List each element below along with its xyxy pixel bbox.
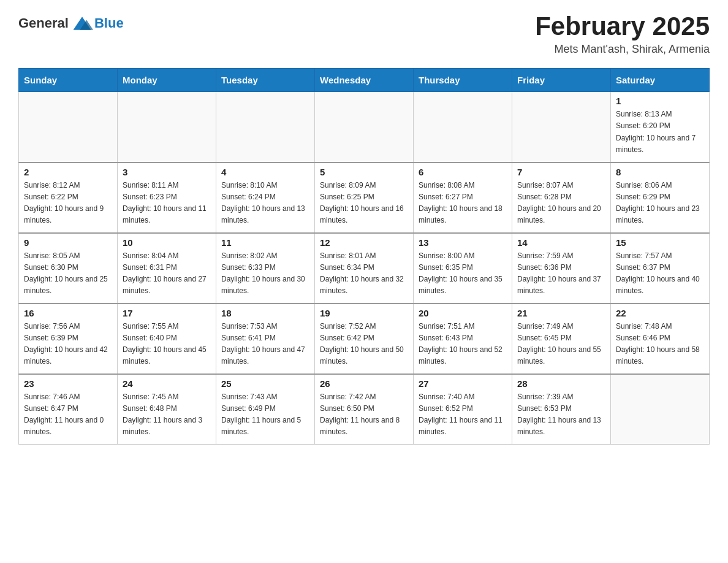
day-info: Sunrise: 7:53 AM Sunset: 6:41 PM Dayligh… [221,321,309,368]
day-info: Sunrise: 8:05 AM Sunset: 6:30 PM Dayligh… [24,250,112,297]
week-row-3: 9Sunrise: 8:05 AM Sunset: 6:30 PM Daylig… [19,233,710,304]
day-cell [19,92,118,163]
day-cell [315,92,414,163]
logo: General Blue [18,12,124,34]
day-number: 20 [419,308,507,318]
day-cell [118,92,216,163]
day-cell [216,92,315,163]
day-info: Sunrise: 7:49 AM Sunset: 6:45 PM Dayligh… [517,321,605,368]
day-number: 13 [419,237,507,248]
day-info: Sunrise: 7:40 AM Sunset: 6:52 PM Dayligh… [419,391,507,439]
day-info: Sunrise: 8:00 AM Sunset: 6:35 PM Dayligh… [419,250,507,297]
column-header-tuesday: Tuesday [216,69,315,92]
day-cell: 15Sunrise: 7:57 AM Sunset: 6:37 PM Dayli… [611,233,710,304]
day-cell: 27Sunrise: 7:40 AM Sunset: 6:52 PM Dayli… [414,374,512,445]
column-header-thursday: Thursday [414,69,512,92]
day-info: Sunrise: 7:55 AM Sunset: 6:40 PM Dayligh… [123,321,211,368]
day-info: Sunrise: 8:04 AM Sunset: 6:31 PM Dayligh… [123,250,211,297]
day-info: Sunrise: 7:45 AM Sunset: 6:48 PM Dayligh… [123,391,211,439]
day-cell: 8Sunrise: 8:06 AM Sunset: 6:29 PM Daylig… [611,163,710,233]
column-header-friday: Friday [512,69,611,92]
calendar-header: SundayMondayTuesdayWednesdayThursdayFrid… [19,69,710,92]
day-cell: 1Sunrise: 8:13 AM Sunset: 6:20 PM Daylig… [611,92,710,163]
day-number: 9 [24,237,112,248]
header-row: SundayMondayTuesdayWednesdayThursdayFrid… [19,69,710,92]
subtitle: Mets Mant'ash, Shirak, Armenia [535,43,710,56]
day-number: 1 [616,96,704,106]
day-number: 19 [320,308,408,318]
day-cell: 24Sunrise: 7:45 AM Sunset: 6:48 PM Dayli… [118,374,216,445]
day-cell: 17Sunrise: 7:55 AM Sunset: 6:40 PM Dayli… [118,304,216,374]
day-info: Sunrise: 7:57 AM Sunset: 6:37 PM Dayligh… [616,250,704,297]
logo-general-text: General [18,15,69,31]
calendar: SundayMondayTuesdayWednesdayThursdayFrid… [18,68,710,445]
day-number: 2 [24,167,112,177]
day-number: 7 [517,167,605,177]
main-title: February 2025 [535,12,710,40]
day-number: 14 [517,237,605,248]
day-cell [512,92,611,163]
day-cell: 4Sunrise: 8:10 AM Sunset: 6:24 PM Daylig… [216,163,315,233]
day-number: 24 [123,378,211,389]
day-info: Sunrise: 8:10 AM Sunset: 6:24 PM Dayligh… [221,180,309,227]
day-number: 28 [517,378,605,389]
column-header-monday: Monday [118,69,216,92]
day-number: 17 [123,308,211,318]
column-header-sunday: Sunday [19,69,118,92]
week-row-5: 23Sunrise: 7:46 AM Sunset: 6:47 PM Dayli… [19,374,710,445]
day-cell: 14Sunrise: 7:59 AM Sunset: 6:36 PM Dayli… [512,233,611,304]
day-cell [414,92,512,163]
day-number: 5 [320,167,408,177]
week-row-4: 16Sunrise: 7:56 AM Sunset: 6:39 PM Dayli… [19,304,710,374]
day-info: Sunrise: 8:09 AM Sunset: 6:25 PM Dayligh… [320,180,408,227]
day-info: Sunrise: 7:39 AM Sunset: 6:53 PM Dayligh… [517,391,605,439]
day-number: 15 [616,237,704,248]
day-number: 25 [221,378,309,389]
day-number: 11 [221,237,309,248]
logo-icon [71,12,93,34]
day-info: Sunrise: 8:01 AM Sunset: 6:34 PM Dayligh… [320,250,408,297]
day-cell: 5Sunrise: 8:09 AM Sunset: 6:25 PM Daylig… [315,163,414,233]
day-cell: 22Sunrise: 7:48 AM Sunset: 6:46 PM Dayli… [611,304,710,374]
day-cell: 23Sunrise: 7:46 AM Sunset: 6:47 PM Dayli… [19,374,118,445]
day-info: Sunrise: 8:08 AM Sunset: 6:27 PM Dayligh… [419,180,507,227]
day-number: 10 [123,237,211,248]
column-header-saturday: Saturday [611,69,710,92]
day-cell: 20Sunrise: 7:51 AM Sunset: 6:43 PM Dayli… [414,304,512,374]
day-info: Sunrise: 7:59 AM Sunset: 6:36 PM Dayligh… [517,250,605,297]
day-cell: 10Sunrise: 8:04 AM Sunset: 6:31 PM Dayli… [118,233,216,304]
day-info: Sunrise: 8:11 AM Sunset: 6:23 PM Dayligh… [123,180,211,227]
day-cell: 21Sunrise: 7:49 AM Sunset: 6:45 PM Dayli… [512,304,611,374]
day-info: Sunrise: 8:02 AM Sunset: 6:33 PM Dayligh… [221,250,309,297]
day-cell: 9Sunrise: 8:05 AM Sunset: 6:30 PM Daylig… [19,233,118,304]
day-cell: 25Sunrise: 7:43 AM Sunset: 6:49 PM Dayli… [216,374,315,445]
day-cell: 13Sunrise: 8:00 AM Sunset: 6:35 PM Dayli… [414,233,512,304]
day-info: Sunrise: 8:06 AM Sunset: 6:29 PM Dayligh… [616,180,704,227]
day-cell: 2Sunrise: 8:12 AM Sunset: 6:22 PM Daylig… [19,163,118,233]
day-info: Sunrise: 7:51 AM Sunset: 6:43 PM Dayligh… [419,321,507,368]
day-number: 21 [517,308,605,318]
title-block: February 2025 Mets Mant'ash, Shirak, Arm… [535,12,710,56]
day-cell: 18Sunrise: 7:53 AM Sunset: 6:41 PM Dayli… [216,304,315,374]
day-cell: 6Sunrise: 8:08 AM Sunset: 6:27 PM Daylig… [414,163,512,233]
page-header: General Blue February 2025 Mets Mant'ash… [18,12,710,56]
day-info: Sunrise: 8:12 AM Sunset: 6:22 PM Dayligh… [24,180,112,227]
day-cell: 19Sunrise: 7:52 AM Sunset: 6:42 PM Dayli… [315,304,414,374]
day-number: 4 [221,167,309,177]
day-cell: 16Sunrise: 7:56 AM Sunset: 6:39 PM Dayli… [19,304,118,374]
day-cell: 12Sunrise: 8:01 AM Sunset: 6:34 PM Dayli… [315,233,414,304]
day-number: 6 [419,167,507,177]
day-info: Sunrise: 7:46 AM Sunset: 6:47 PM Dayligh… [24,391,112,439]
day-number: 26 [320,378,408,389]
day-number: 16 [24,308,112,318]
day-info: Sunrise: 8:07 AM Sunset: 6:28 PM Dayligh… [517,180,605,227]
day-cell: 11Sunrise: 8:02 AM Sunset: 6:33 PM Dayli… [216,233,315,304]
week-row-1: 1Sunrise: 8:13 AM Sunset: 6:20 PM Daylig… [19,92,710,163]
day-cell: 7Sunrise: 8:07 AM Sunset: 6:28 PM Daylig… [512,163,611,233]
day-info: Sunrise: 8:13 AM Sunset: 6:20 PM Dayligh… [616,109,704,156]
day-number: 8 [616,167,704,177]
day-cell: 28Sunrise: 7:39 AM Sunset: 6:53 PM Dayli… [512,374,611,445]
day-cell: 3Sunrise: 8:11 AM Sunset: 6:23 PM Daylig… [118,163,216,233]
day-number: 18 [221,308,309,318]
day-number: 23 [24,378,112,389]
